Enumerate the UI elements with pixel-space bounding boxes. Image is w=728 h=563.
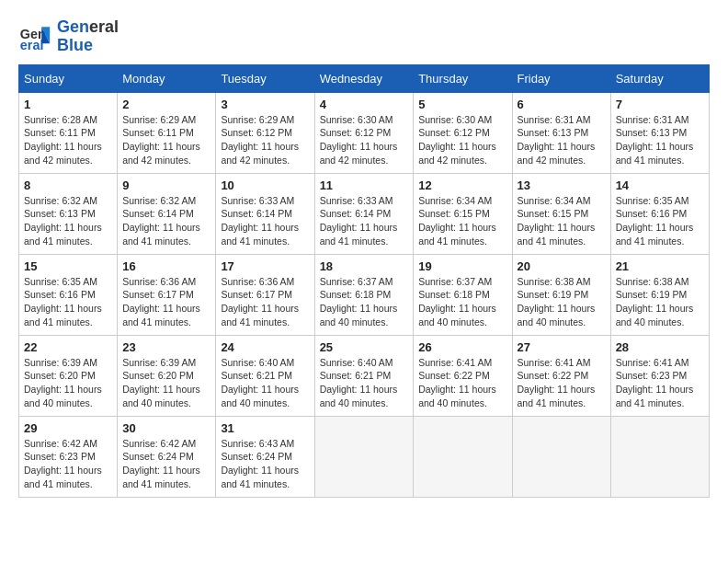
day-number: 29 (24, 421, 112, 435)
day-info: Sunrise: 6:37 AM Sunset: 6:18 PM Dayligh… (320, 275, 409, 329)
day-number: 24 (221, 340, 309, 354)
day-info: Sunrise: 6:31 AM Sunset: 6:13 PM Dayligh… (616, 113, 704, 167)
calendar-body: 1Sunrise: 6:28 AM Sunset: 6:11 PM Daylig… (19, 92, 710, 497)
day-info: Sunrise: 6:34 AM Sunset: 6:15 PM Dayligh… (518, 194, 606, 248)
calendar-week-2: 8Sunrise: 6:32 AM Sunset: 6:13 PM Daylig… (19, 173, 710, 254)
calendar-header-row: SundayMondayTuesdayWednesdayThursdayFrid… (19, 64, 710, 92)
calendar-cell: 24Sunrise: 6:40 AM Sunset: 6:21 PM Dayli… (216, 335, 314, 416)
calendar-cell: 1Sunrise: 6:28 AM Sunset: 6:11 PM Daylig… (19, 92, 118, 173)
day-info: Sunrise: 6:31 AM Sunset: 6:13 PM Dayligh… (518, 113, 606, 167)
calendar-cell: 12Sunrise: 6:34 AM Sunset: 6:15 PM Dayli… (414, 173, 512, 254)
weekday-header-sunday: Sunday (19, 64, 118, 92)
day-info: Sunrise: 6:29 AM Sunset: 6:11 PM Dayligh… (122, 113, 210, 167)
day-number: 7 (616, 98, 704, 111)
calendar-cell: 30Sunrise: 6:42 AM Sunset: 6:24 PM Dayli… (118, 416, 216, 497)
calendar-cell: 9Sunrise: 6:32 AM Sunset: 6:14 PM Daylig… (118, 173, 216, 254)
day-info: Sunrise: 6:28 AM Sunset: 6:11 PM Dayligh… (24, 113, 112, 167)
calendar-cell: 14Sunrise: 6:35 AM Sunset: 6:16 PM Dayli… (610, 173, 709, 254)
day-info: Sunrise: 6:42 AM Sunset: 6:24 PM Dayligh… (122, 437, 210, 491)
calendar-week-5: 29Sunrise: 6:42 AM Sunset: 6:23 PM Dayli… (19, 416, 710, 497)
day-number: 13 (518, 178, 606, 192)
calendar-cell: 21Sunrise: 6:38 AM Sunset: 6:19 PM Dayli… (610, 254, 709, 335)
day-number: 9 (122, 178, 210, 192)
calendar-cell: 31Sunrise: 6:43 AM Sunset: 6:24 PM Dayli… (216, 416, 314, 497)
day-number: 19 (418, 259, 506, 273)
calendar-cell: 20Sunrise: 6:38 AM Sunset: 6:19 PM Dayli… (512, 254, 610, 335)
day-info: Sunrise: 6:43 AM Sunset: 6:24 PM Dayligh… (221, 437, 309, 491)
day-number: 12 (418, 178, 506, 192)
logo-icon: Gen eral (18, 20, 51, 53)
day-info: Sunrise: 6:32 AM Sunset: 6:13 PM Dayligh… (24, 194, 112, 248)
day-number: 16 (122, 259, 210, 273)
day-info: Sunrise: 6:29 AM Sunset: 6:12 PM Dayligh… (221, 113, 309, 167)
logo: Gen eral General Blue (18, 18, 119, 55)
day-number: 5 (418, 98, 506, 111)
calendar-week-3: 15Sunrise: 6:35 AM Sunset: 6:16 PM Dayli… (19, 254, 710, 335)
calendar-cell: 4Sunrise: 6:30 AM Sunset: 6:12 PM Daylig… (314, 92, 414, 173)
day-number: 3 (221, 98, 309, 111)
calendar-cell: 27Sunrise: 6:41 AM Sunset: 6:22 PM Dayli… (512, 335, 610, 416)
logo-text: General Blue (57, 18, 119, 55)
weekday-header-tuesday: Tuesday (216, 64, 314, 92)
day-info: Sunrise: 6:33 AM Sunset: 6:14 PM Dayligh… (320, 194, 409, 248)
day-number: 15 (24, 259, 112, 273)
day-number: 17 (221, 259, 309, 273)
day-info: Sunrise: 6:36 AM Sunset: 6:17 PM Dayligh… (122, 275, 210, 329)
weekday-header-thursday: Thursday (414, 64, 512, 92)
day-info: Sunrise: 6:41 AM Sunset: 6:23 PM Dayligh… (616, 356, 704, 410)
calendar-week-4: 22Sunrise: 6:39 AM Sunset: 6:20 PM Dayli… (19, 335, 710, 416)
day-number: 26 (418, 340, 506, 354)
calendar-cell: 26Sunrise: 6:41 AM Sunset: 6:22 PM Dayli… (414, 335, 512, 416)
day-number: 20 (518, 259, 606, 273)
day-info: Sunrise: 6:34 AM Sunset: 6:15 PM Dayligh… (418, 194, 506, 248)
weekday-header-monday: Monday (118, 64, 216, 92)
day-number: 4 (320, 98, 409, 111)
page-header: Gen eral General Blue (18, 18, 710, 55)
day-number: 28 (616, 340, 704, 354)
day-number: 11 (320, 178, 409, 192)
calendar-cell (610, 416, 709, 497)
day-info: Sunrise: 6:30 AM Sunset: 6:12 PM Dayligh… (418, 113, 506, 167)
calendar-cell (512, 416, 610, 497)
calendar-cell: 6Sunrise: 6:31 AM Sunset: 6:13 PM Daylig… (512, 92, 610, 173)
weekday-header-saturday: Saturday (610, 64, 709, 92)
day-number: 27 (518, 340, 606, 354)
day-number: 30 (122, 421, 210, 435)
weekday-header-friday: Friday (512, 64, 610, 92)
day-number: 6 (518, 98, 606, 111)
calendar-cell: 7Sunrise: 6:31 AM Sunset: 6:13 PM Daylig… (610, 92, 709, 173)
day-info: Sunrise: 6:38 AM Sunset: 6:19 PM Dayligh… (518, 275, 606, 329)
calendar-cell: 17Sunrise: 6:36 AM Sunset: 6:17 PM Dayli… (216, 254, 314, 335)
calendar-cell: 8Sunrise: 6:32 AM Sunset: 6:13 PM Daylig… (19, 173, 118, 254)
calendar-cell: 19Sunrise: 6:37 AM Sunset: 6:18 PM Dayli… (414, 254, 512, 335)
day-info: Sunrise: 6:40 AM Sunset: 6:21 PM Dayligh… (320, 356, 409, 410)
calendar-cell: 28Sunrise: 6:41 AM Sunset: 6:23 PM Dayli… (610, 335, 709, 416)
day-number: 23 (122, 340, 210, 354)
weekday-header-wednesday: Wednesday (314, 64, 414, 92)
day-info: Sunrise: 6:39 AM Sunset: 6:20 PM Dayligh… (122, 356, 210, 410)
day-info: Sunrise: 6:41 AM Sunset: 6:22 PM Dayligh… (418, 356, 506, 410)
day-number: 31 (221, 421, 309, 435)
day-info: Sunrise: 6:38 AM Sunset: 6:19 PM Dayligh… (616, 275, 704, 329)
day-info: Sunrise: 6:35 AM Sunset: 6:16 PM Dayligh… (24, 275, 112, 329)
day-info: Sunrise: 6:33 AM Sunset: 6:14 PM Dayligh… (221, 194, 309, 248)
day-number: 1 (24, 98, 112, 111)
day-info: Sunrise: 6:32 AM Sunset: 6:14 PM Dayligh… (122, 194, 210, 248)
calendar-table: SundayMondayTuesdayWednesdayThursdayFrid… (18, 64, 710, 498)
calendar-cell: 23Sunrise: 6:39 AM Sunset: 6:20 PM Dayli… (118, 335, 216, 416)
calendar-cell: 10Sunrise: 6:33 AM Sunset: 6:14 PM Dayli… (216, 173, 314, 254)
day-number: 21 (616, 259, 704, 273)
day-number: 14 (616, 178, 704, 192)
calendar-cell: 16Sunrise: 6:36 AM Sunset: 6:17 PM Dayli… (118, 254, 216, 335)
day-info: Sunrise: 6:42 AM Sunset: 6:23 PM Dayligh… (24, 437, 112, 491)
calendar-cell (414, 416, 512, 497)
calendar-cell: 11Sunrise: 6:33 AM Sunset: 6:14 PM Dayli… (314, 173, 414, 254)
calendar-cell: 2Sunrise: 6:29 AM Sunset: 6:11 PM Daylig… (118, 92, 216, 173)
calendar-week-1: 1Sunrise: 6:28 AM Sunset: 6:11 PM Daylig… (19, 92, 710, 173)
calendar-cell: 25Sunrise: 6:40 AM Sunset: 6:21 PM Dayli… (314, 335, 414, 416)
day-info: Sunrise: 6:35 AM Sunset: 6:16 PM Dayligh… (616, 194, 704, 248)
calendar-cell: 22Sunrise: 6:39 AM Sunset: 6:20 PM Dayli… (19, 335, 118, 416)
day-info: Sunrise: 6:39 AM Sunset: 6:20 PM Dayligh… (24, 356, 112, 410)
calendar-cell: 5Sunrise: 6:30 AM Sunset: 6:12 PM Daylig… (414, 92, 512, 173)
svg-text:eral: eral (20, 38, 44, 52)
